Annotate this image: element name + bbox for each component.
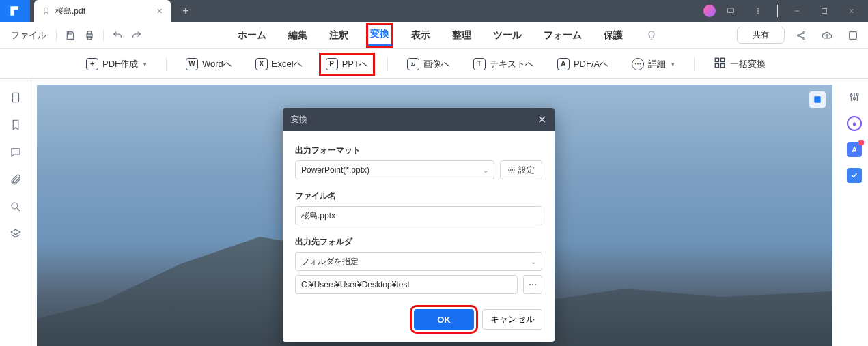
tab-form[interactable]: フォーム <box>541 25 585 46</box>
svg-rect-8 <box>87 36 91 39</box>
separator <box>387 57 388 71</box>
window-close-icon[interactable] <box>839 1 864 20</box>
feedback-icon[interactable] <box>718 1 743 20</box>
titlebar: 桜島.pdf × + <box>0 0 868 22</box>
tab-tools[interactable]: ツール <box>490 25 524 46</box>
tab-close-icon[interactable]: × <box>157 5 163 16</box>
main-tabs: ホーム 編集 注釈 変換 表示 整理 ツール フォーム 保護 <box>235 24 661 46</box>
cancel-button[interactable]: キャンセル <box>482 309 542 330</box>
ai-assistant-icon[interactable]: ● <box>847 116 862 131</box>
thumbnail-icon[interactable] <box>10 91 22 106</box>
chevron-down-icon: ⌄ <box>531 258 536 265</box>
svg-rect-18 <box>12 93 18 102</box>
bookmark-panel-icon[interactable] <box>10 119 22 134</box>
image-icon <box>407 58 419 70</box>
attachment-icon[interactable] <box>10 173 22 188</box>
save-icon[interactable] <box>61 26 80 45</box>
search-icon[interactable] <box>10 201 22 216</box>
svg-rect-16 <box>721 58 725 61</box>
tab-comment[interactable]: 注釈 <box>326 25 351 46</box>
p-icon: P <box>326 58 338 70</box>
svg-point-2 <box>757 10 759 12</box>
tab-organize[interactable]: 整理 <box>449 25 474 46</box>
create-pdf-button[interactable]: + PDF作成▾ <box>82 55 151 73</box>
grid-icon[interactable] <box>843 26 863 45</box>
dialog-titlebar[interactable]: 変換 ✕ <box>283 108 555 131</box>
document-tab[interactable]: 桜島.pdf × <box>34 0 171 22</box>
tab-home[interactable]: ホーム <box>235 25 269 46</box>
dialog-title: 変換 <box>291 114 307 126</box>
lightbulb-icon[interactable] <box>642 26 661 45</box>
batch-convert-button[interactable]: 一括変換 <box>710 54 770 74</box>
tab-convert[interactable]: 変換 <box>367 24 392 46</box>
separator <box>56 29 57 42</box>
print-icon[interactable] <box>80 26 99 45</box>
new-tab-button[interactable]: + <box>176 1 195 20</box>
output-format-value: PowerPoint(*.pptx) <box>301 165 369 175</box>
undo-icon[interactable] <box>108 26 127 45</box>
svg-rect-7 <box>87 31 91 34</box>
w-icon: W <box>186 58 198 70</box>
tab-edit[interactable]: 編集 <box>285 25 310 46</box>
detail-button[interactable]: ⋯ 詳細▾ <box>628 55 679 73</box>
batch-icon <box>714 57 726 71</box>
to-word-button[interactable]: W Wordへ <box>182 55 236 73</box>
right-rail: ● A <box>841 79 868 346</box>
to-ppt-button[interactable]: P PPTへ <box>322 55 372 73</box>
viewer-toggle-icon[interactable] <box>809 91 826 108</box>
to-image-button[interactable]: 画像へ <box>403 55 454 73</box>
x-icon: X <box>255 58 268 70</box>
layers-icon[interactable] <box>10 228 22 243</box>
window-minimize-icon[interactable] <box>785 1 809 20</box>
separator <box>694 57 695 71</box>
window-maximize-icon[interactable] <box>812 1 837 20</box>
gear-icon <box>507 166 516 174</box>
sliders-icon[interactable] <box>846 89 863 105</box>
svg-point-22 <box>854 98 856 100</box>
check-icon[interactable] <box>847 168 862 183</box>
translate-icon[interactable]: A <box>847 142 862 157</box>
to-text-button[interactable]: T テキストへ <box>469 55 538 73</box>
separator <box>166 57 167 71</box>
output-format-select[interactable]: PowerPoint(*.pptx) ⌄ <box>295 160 494 179</box>
filename-value: 桜島.pptx <box>301 210 335 222</box>
to-excel-button[interactable]: X Excelへ <box>251 55 307 73</box>
output-folder-mode-value: フォルダを指定 <box>301 256 359 268</box>
tab-protect[interactable]: 保護 <box>601 25 626 46</box>
svg-point-24 <box>511 169 513 171</box>
share-button[interactable]: 共有 <box>737 27 785 44</box>
user-avatar[interactable] <box>703 5 716 17</box>
tab-title: 桜島.pdf <box>55 5 85 17</box>
svg-rect-12 <box>850 31 857 39</box>
dots-icon: ⋯ <box>632 58 644 70</box>
svg-rect-15 <box>715 64 718 68</box>
svg-point-3 <box>757 13 759 14</box>
output-format-label: 出力フォーマット <box>295 145 542 156</box>
svg-rect-14 <box>715 58 718 61</box>
output-folder-label: 出力先フォルダ <box>295 236 542 248</box>
filename-input[interactable]: 桜島.pptx <box>295 206 542 225</box>
output-folder-mode-select[interactable]: フォルダを指定 ⌄ <box>295 252 542 271</box>
svg-point-13 <box>412 62 413 63</box>
ok-button[interactable]: OK <box>414 309 474 330</box>
svg-point-23 <box>856 93 858 96</box>
settings-button[interactable]: 設定 <box>500 160 542 179</box>
cloud-upload-icon[interactable] <box>817 26 837 45</box>
svg-rect-0 <box>728 8 734 13</box>
svg-point-21 <box>850 94 852 96</box>
separator <box>777 5 778 17</box>
svg-rect-20 <box>814 96 820 102</box>
redo-icon[interactable] <box>127 26 146 45</box>
svg-point-1 <box>757 8 759 10</box>
dialog-close-icon[interactable]: ✕ <box>537 113 546 126</box>
share-nodes-icon[interactable] <box>792 26 811 45</box>
svg-point-19 <box>12 203 18 209</box>
svg-rect-4 <box>822 9 827 14</box>
file-menu[interactable]: ファイル <box>5 27 52 44</box>
output-folder-path-input[interactable]: C:¥Users¥User¥Desktop¥test <box>295 275 518 294</box>
tab-view[interactable]: 表示 <box>408 25 433 46</box>
kebab-icon[interactable] <box>746 1 770 20</box>
to-pdfa-button[interactable]: A PDF/Aへ <box>553 55 613 73</box>
browse-folder-button[interactable]: ⋯ <box>523 275 542 294</box>
comment-icon[interactable] <box>10 146 22 161</box>
